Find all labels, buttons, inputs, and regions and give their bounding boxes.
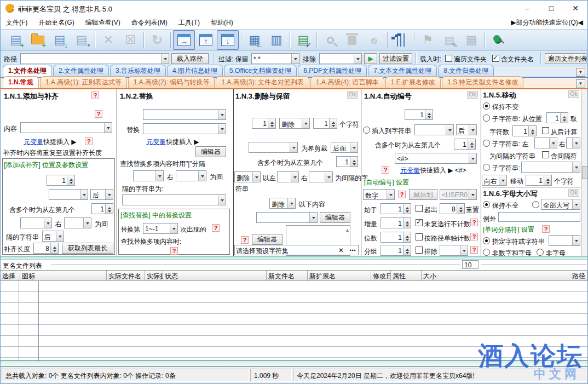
ok-button[interactable]: Ok xyxy=(347,91,358,99)
case-combo[interactable]: 全部大写 xyxy=(541,199,580,210)
more-charset-icon[interactable]: ⋯ xyxy=(349,247,356,254)
help-icon[interactable]: ? xyxy=(85,137,93,145)
traverse-folders-checkbox[interactable] xyxy=(445,55,452,62)
help-icon[interactable]: ? xyxy=(542,225,550,233)
substring-sep-radio[interactable] xyxy=(483,140,490,147)
file-list-grid[interactable] xyxy=(1,281,588,360)
right-sep-combo[interactable] xyxy=(64,217,91,228)
metavar-arrow[interactable]: ▶ xyxy=(194,138,199,146)
path-combo[interactable] xyxy=(20,53,169,64)
close-button[interactable]: ✕ xyxy=(563,1,587,16)
filter-settings-button[interactable]: 过滤设置 xyxy=(379,53,412,64)
from-spinner[interactable]: 1 xyxy=(252,118,276,129)
pin-button[interactable] xyxy=(487,30,509,50)
refresh-button[interactable]: ↻ xyxy=(146,30,168,50)
table-button[interactable]: ▦ xyxy=(460,30,482,50)
help-icon[interactable]: ? xyxy=(212,224,220,232)
content-combo[interactable] xyxy=(256,212,318,223)
pos-spinner[interactable]: 1 xyxy=(546,112,568,123)
right-sep-combo[interactable] xyxy=(176,170,206,181)
minimize-button[interactable]: – xyxy=(515,1,539,16)
scrollbar-thumb[interactable] xyxy=(582,166,588,179)
column-header[interactable]: 属性 xyxy=(391,271,422,280)
exclude-combo[interactable] xyxy=(319,53,362,64)
column-header[interactable]: 图标 xyxy=(20,271,107,280)
anchor-combo[interactable] xyxy=(49,189,88,200)
editor-button[interactable]: 编辑器 xyxy=(320,212,350,223)
sub-tab[interactable]: 1.N.常规 xyxy=(3,76,39,88)
padlen-spinner[interactable]: 8 xyxy=(33,243,59,254)
editor-button[interactable]: 编辑器 xyxy=(252,234,283,245)
save-list-button[interactable]: ▤ ▪ xyxy=(71,30,93,50)
panel-down-button[interactable]: ↓ xyxy=(217,30,239,50)
sub-tab[interactable]: 1.A.高级(1): 正则表达式等 xyxy=(40,76,127,88)
specify-sep-radio[interactable] xyxy=(483,237,490,244)
sub-tab[interactable]: 1.A.高级(3): 文件名对照列表 xyxy=(216,76,309,88)
case-keep-radio[interactable] xyxy=(483,201,490,208)
splitter[interactable] xyxy=(1,256,587,260)
with-sep-checkbox[interactable] xyxy=(542,151,549,158)
quick-locator-link[interactable]: ▶部分功能快速定位(Q)◀ xyxy=(511,18,583,27)
menu-item[interactable]: 帮助(H) xyxy=(205,16,239,30)
filter-combo[interactable]: *.* xyxy=(251,53,299,64)
maximize-button[interactable]: □ xyxy=(539,1,563,16)
list-slider-track[interactable] xyxy=(51,265,460,267)
confirm-button[interactable]: ● ✓ xyxy=(363,30,385,50)
action2-combo[interactable]: 删除 xyxy=(234,171,261,182)
column-header[interactable]: 新扩展名 xyxy=(308,271,371,280)
d-left-combo[interactable] xyxy=(277,171,299,182)
action-combo[interactable]: 删除 xyxy=(279,118,310,129)
menu-item[interactable]: 命令列表(M) xyxy=(126,16,173,30)
main-tab[interactable]: 5.Office文档摘要处理 xyxy=(224,65,297,77)
action3-combo[interactable]: 删除 xyxy=(269,198,296,209)
sep-side-combo[interactable]: 后 xyxy=(42,231,64,242)
substring-radio[interactable] xyxy=(483,164,490,171)
bound-side-combo[interactable]: 后面 xyxy=(331,142,358,153)
add-folder-button[interactable]: + xyxy=(27,30,49,50)
left-sep-combo[interactable] xyxy=(133,170,164,181)
occur-combo[interactable]: 1~-1 xyxy=(143,223,178,234)
list-count-input[interactable]: 10 xyxy=(462,260,479,269)
multi-spinner[interactable]: 1 xyxy=(91,203,113,214)
column-header[interactable]: 大小 xyxy=(422,271,570,280)
sep-char-combo[interactable] xyxy=(549,235,580,246)
column-header[interactable]: 状态 xyxy=(163,271,267,280)
tab-overflow-button[interactable]: ▼ xyxy=(576,79,585,88)
column-header[interactable]: 路径 xyxy=(570,271,587,280)
get-longest-button[interactable]: 获取列表最长 xyxy=(62,243,113,254)
clear-charset-icon[interactable]: ✕ xyxy=(338,247,344,254)
column-header[interactable]: 修改日期 xyxy=(371,271,391,280)
sub-tab[interactable]: 1.A.高级(2): 编码与转换等 xyxy=(128,76,215,88)
clear-list-button[interactable]: ☒ xyxy=(119,30,141,50)
charcount-spinner[interactable]: 1 xyxy=(512,125,537,136)
help-icon[interactable]: ? xyxy=(91,91,99,99)
horizontal-scrollbar[interactable] xyxy=(1,360,587,366)
column-header[interactable]: 新文件名 xyxy=(267,271,308,280)
sub-tab[interactable]: 1.S.特定类型文件名修改 xyxy=(442,76,523,88)
d-right-combo[interactable] xyxy=(309,171,333,182)
column-header[interactable]: 选择 xyxy=(1,271,20,280)
sep-string-combo[interactable] xyxy=(122,194,226,205)
main-tab[interactable]: 1.文件名处理 xyxy=(3,65,52,77)
from-end-checkbox[interactable] xyxy=(542,127,549,134)
apply-filter-button[interactable]: ▶ xyxy=(364,53,377,64)
include-folder-name-checkbox[interactable] xyxy=(492,55,499,62)
panel-scrollbar[interactable] xyxy=(581,89,588,256)
grid-left-button[interactable]: ▦ ← xyxy=(244,30,266,50)
grid-columns-button[interactable]: ▥ xyxy=(266,30,287,50)
ok-button[interactable]: Ok xyxy=(568,90,579,98)
help-icon[interactable]: ? xyxy=(95,110,102,118)
panel-up-button[interactable]: ↑ xyxy=(195,30,217,50)
flag-button[interactable]: ⚑ xyxy=(417,30,439,50)
sub-tab[interactable]: 1.A.高级(4): 语言脚本 xyxy=(310,76,384,88)
help-icon[interactable]: ? xyxy=(170,247,178,255)
list-slider-track[interactable] xyxy=(481,265,586,267)
column-header[interactable]: 实际文件名 xyxy=(107,271,145,280)
load-path-button[interactable]: 载入路径 xyxy=(171,53,209,64)
checklist-button[interactable]: ▤ ✓ xyxy=(292,30,314,50)
keep-radio[interactable] xyxy=(483,102,490,110)
non-alpha-radio[interactable] xyxy=(537,249,544,256)
menu-item[interactable]: 开始更名(G) xyxy=(33,16,79,30)
main-tab[interactable]: 2.文件属性处理 xyxy=(53,65,109,77)
main-tab[interactable]: 7.文本文件属性处理 xyxy=(368,65,437,77)
